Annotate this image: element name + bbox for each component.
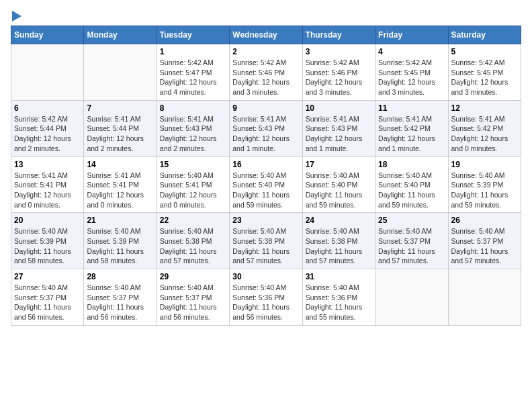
- day-info: Sunrise: 5:40 AM Sunset: 5:36 PM Dayligh…: [306, 283, 372, 322]
- calendar-day-cell: 8Sunrise: 5:41 AM Sunset: 5:43 PM Daylig…: [157, 100, 229, 156]
- day-info: Sunrise: 5:40 AM Sunset: 5:37 PM Dayligh…: [87, 283, 153, 322]
- calendar-day-cell: [11, 44, 84, 101]
- day-number: 21: [87, 216, 153, 225]
- day-number: 24: [306, 216, 372, 225]
- calendar-body: 1Sunrise: 5:42 AM Sunset: 5:47 PM Daylig…: [11, 44, 521, 326]
- calendar-day-cell: 4Sunrise: 5:42 AM Sunset: 5:45 PM Daylig…: [375, 44, 448, 101]
- day-number: 5: [451, 47, 518, 56]
- day-number: 9: [232, 103, 299, 113]
- logo-arrow-icon: [12, 11, 21, 21]
- day-number: 10: [306, 103, 372, 113]
- day-number: 4: [378, 47, 445, 56]
- day-number: 30: [232, 272, 299, 281]
- day-info: Sunrise: 5:42 AM Sunset: 5:45 PM Dayligh…: [451, 58, 518, 97]
- day-info: Sunrise: 5:41 AM Sunset: 5:41 PM Dayligh…: [87, 171, 153, 210]
- calendar-day-cell: 23Sunrise: 5:40 AM Sunset: 5:38 PM Dayli…: [230, 213, 302, 269]
- calendar-day-cell: 21Sunrise: 5:40 AM Sunset: 5:39 PM Dayli…: [84, 213, 157, 269]
- calendar-day-cell: 19Sunrise: 5:40 AM Sunset: 5:39 PM Dayli…: [448, 156, 521, 213]
- calendar-day-cell: 26Sunrise: 5:40 AM Sunset: 5:37 PM Dayli…: [448, 213, 521, 269]
- day-number: 13: [14, 160, 81, 169]
- calendar-day-cell: 18Sunrise: 5:40 AM Sunset: 5:40 PM Dayli…: [375, 156, 448, 213]
- day-number: 7: [87, 103, 153, 113]
- day-number: 25: [378, 216, 445, 225]
- calendar-week-row: 20Sunrise: 5:40 AM Sunset: 5:39 PM Dayli…: [11, 213, 521, 269]
- day-number: 15: [160, 160, 226, 169]
- day-info: Sunrise: 5:41 AM Sunset: 5:42 PM Dayligh…: [451, 114, 518, 154]
- calendar-day-cell: 15Sunrise: 5:40 AM Sunset: 5:41 PM Dayli…: [157, 156, 229, 213]
- calendar-day-cell: 25Sunrise: 5:40 AM Sunset: 5:37 PM Dayli…: [375, 213, 448, 269]
- page-header: [11, 11, 521, 19]
- day-info: Sunrise: 5:40 AM Sunset: 5:40 PM Dayligh…: [378, 171, 445, 210]
- calendar-day-cell: [375, 269, 448, 326]
- day-number: 8: [160, 103, 226, 113]
- day-info: Sunrise: 5:40 AM Sunset: 5:39 PM Dayligh…: [87, 226, 153, 266]
- weekday-header-cell: Thursday: [302, 26, 375, 44]
- day-info: Sunrise: 5:40 AM Sunset: 5:39 PM Dayligh…: [451, 171, 518, 210]
- day-info: Sunrise: 5:42 AM Sunset: 5:46 PM Dayligh…: [306, 58, 372, 97]
- calendar-day-cell: 3Sunrise: 5:42 AM Sunset: 5:46 PM Daylig…: [302, 44, 375, 101]
- calendar-week-row: 6Sunrise: 5:42 AM Sunset: 5:44 PM Daylig…: [11, 100, 521, 156]
- calendar-day-cell: [84, 44, 157, 101]
- weekday-header-cell: Monday: [84, 26, 157, 44]
- day-number: 12: [451, 103, 518, 113]
- day-number: 16: [232, 160, 299, 169]
- calendar-day-cell: 6Sunrise: 5:42 AM Sunset: 5:44 PM Daylig…: [11, 100, 84, 156]
- day-number: 26: [451, 216, 518, 225]
- calendar-week-row: 1Sunrise: 5:42 AM Sunset: 5:47 PM Daylig…: [11, 44, 521, 101]
- day-number: 23: [232, 216, 299, 225]
- calendar-day-cell: 29Sunrise: 5:40 AM Sunset: 5:37 PM Dayli…: [157, 269, 229, 326]
- day-info: Sunrise: 5:42 AM Sunset: 5:45 PM Dayligh…: [378, 58, 445, 97]
- calendar-day-cell: 30Sunrise: 5:40 AM Sunset: 5:36 PM Dayli…: [230, 269, 302, 326]
- day-number: 18: [378, 160, 445, 169]
- day-number: 11: [378, 103, 445, 113]
- calendar-day-cell: 31Sunrise: 5:40 AM Sunset: 5:36 PM Dayli…: [302, 269, 375, 326]
- day-number: 17: [306, 160, 372, 169]
- calendar-day-cell: 22Sunrise: 5:40 AM Sunset: 5:38 PM Dayli…: [157, 213, 229, 269]
- calendar-day-cell: 28Sunrise: 5:40 AM Sunset: 5:37 PM Dayli…: [84, 269, 157, 326]
- calendar-day-cell: 13Sunrise: 5:41 AM Sunset: 5:41 PM Dayli…: [11, 156, 84, 213]
- day-info: Sunrise: 5:41 AM Sunset: 5:41 PM Dayligh…: [14, 171, 81, 210]
- day-number: 1: [160, 47, 226, 56]
- day-info: Sunrise: 5:40 AM Sunset: 5:38 PM Dayligh…: [306, 226, 372, 266]
- calendar-day-cell: 17Sunrise: 5:40 AM Sunset: 5:40 PM Dayli…: [302, 156, 375, 213]
- day-number: 2: [232, 47, 299, 56]
- day-info: Sunrise: 5:41 AM Sunset: 5:44 PM Dayligh…: [87, 114, 153, 154]
- day-number: 27: [14, 272, 81, 281]
- weekday-header-cell: Sunday: [11, 26, 84, 44]
- day-info: Sunrise: 5:41 AM Sunset: 5:43 PM Dayligh…: [160, 114, 226, 154]
- day-number: 28: [87, 272, 153, 281]
- day-info: Sunrise: 5:42 AM Sunset: 5:47 PM Dayligh…: [160, 58, 226, 97]
- day-info: Sunrise: 5:40 AM Sunset: 5:41 PM Dayligh…: [160, 171, 226, 210]
- day-info: Sunrise: 5:42 AM Sunset: 5:46 PM Dayligh…: [232, 58, 299, 97]
- calendar-day-cell: 20Sunrise: 5:40 AM Sunset: 5:39 PM Dayli…: [11, 213, 84, 269]
- weekday-header-cell: Wednesday: [230, 26, 302, 44]
- day-number: 29: [160, 272, 226, 281]
- day-info: Sunrise: 5:42 AM Sunset: 5:44 PM Dayligh…: [14, 114, 81, 154]
- day-number: 19: [451, 160, 518, 169]
- calendar-day-cell: 9Sunrise: 5:41 AM Sunset: 5:43 PM Daylig…: [230, 100, 302, 156]
- calendar-week-row: 13Sunrise: 5:41 AM Sunset: 5:41 PM Dayli…: [11, 156, 521, 213]
- day-info: Sunrise: 5:40 AM Sunset: 5:36 PM Dayligh…: [232, 283, 299, 322]
- calendar-day-cell: 16Sunrise: 5:40 AM Sunset: 5:40 PM Dayli…: [230, 156, 302, 213]
- weekday-header-row: SundayMondayTuesdayWednesdayThursdayFrid…: [11, 26, 521, 44]
- day-info: Sunrise: 5:40 AM Sunset: 5:37 PM Dayligh…: [14, 283, 81, 322]
- calendar-day-cell: 2Sunrise: 5:42 AM Sunset: 5:46 PM Daylig…: [230, 44, 302, 101]
- logo: [11, 11, 21, 19]
- day-info: Sunrise: 5:41 AM Sunset: 5:42 PM Dayligh…: [378, 114, 445, 154]
- calendar-day-cell: 14Sunrise: 5:41 AM Sunset: 5:41 PM Dayli…: [84, 156, 157, 213]
- weekday-header-cell: Tuesday: [157, 26, 229, 44]
- calendar-day-cell: 11Sunrise: 5:41 AM Sunset: 5:42 PM Dayli…: [375, 100, 448, 156]
- day-info: Sunrise: 5:40 AM Sunset: 5:39 PM Dayligh…: [14, 226, 81, 266]
- day-info: Sunrise: 5:40 AM Sunset: 5:37 PM Dayligh…: [160, 283, 226, 322]
- day-number: 6: [14, 103, 81, 113]
- calendar-day-cell: 24Sunrise: 5:40 AM Sunset: 5:38 PM Dayli…: [302, 213, 375, 269]
- day-info: Sunrise: 5:40 AM Sunset: 5:38 PM Dayligh…: [160, 226, 226, 266]
- calendar-day-cell: 1Sunrise: 5:42 AM Sunset: 5:47 PM Daylig…: [157, 44, 229, 101]
- calendar-week-row: 27Sunrise: 5:40 AM Sunset: 5:37 PM Dayli…: [11, 269, 521, 326]
- day-number: 14: [87, 160, 153, 169]
- calendar-day-cell: 5Sunrise: 5:42 AM Sunset: 5:45 PM Daylig…: [448, 44, 521, 101]
- calendar-day-cell: 10Sunrise: 5:41 AM Sunset: 5:43 PM Dayli…: [302, 100, 375, 156]
- day-info: Sunrise: 5:41 AM Sunset: 5:43 PM Dayligh…: [306, 114, 372, 154]
- weekday-header-cell: Saturday: [448, 26, 521, 44]
- weekday-header-cell: Friday: [375, 26, 448, 44]
